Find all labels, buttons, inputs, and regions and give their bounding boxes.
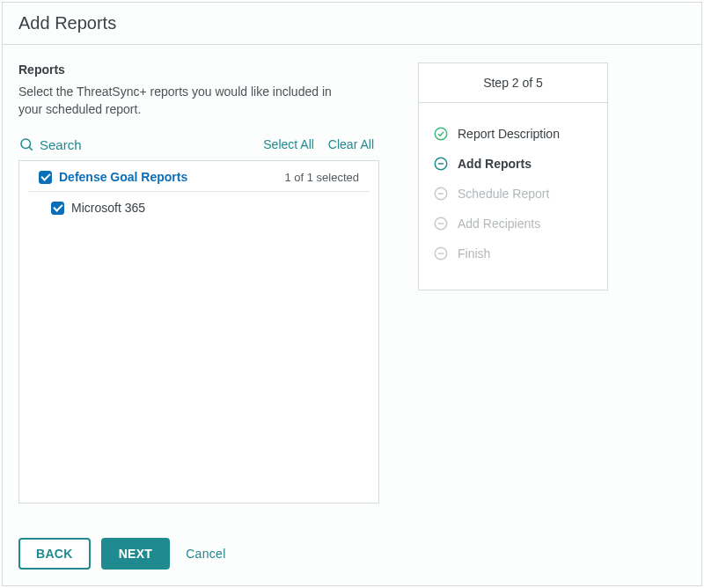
list-toolbar: Search Select All Clear All [18,134,379,155]
minus-circle-icon [433,156,449,172]
back-button[interactable]: BACK [18,538,91,570]
page-title: Add Reports [3,3,701,45]
step-label: Finish [458,246,490,261]
svg-point-2 [435,128,447,140]
search-label: Search [40,137,82,152]
step-label: Add Reports [458,157,532,171]
group-checkbox[interactable] [39,171,52,184]
cancel-button[interactable]: Cancel [180,540,231,568]
content-area: Reports Select the ThreatSync+ reports y… [3,45,701,503]
check-circle-icon [433,126,449,142]
step-label: Schedule Report [458,187,549,201]
group-title: Defense Goal Reports [59,170,284,184]
svg-line-1 [29,147,33,151]
svg-point-0 [21,139,31,149]
item-checkbox[interactable] [51,202,64,215]
report-item-label: Microsoft 365 [71,201,145,215]
step-add-reports: Add Reports [433,149,593,179]
stepper-panel: Step 2 of 5 Report Description [418,62,608,290]
step-label: Report Description [458,127,560,141]
step-add-recipients: Add Recipients [433,209,593,239]
next-button[interactable]: NEXT [101,538,171,570]
steps-list: Report Description Add Reports [419,103,607,290]
report-group-row[interactable]: Defense Goal Reports 1 of 1 selected [28,161,370,192]
step-finish: Finish [433,239,593,268]
step-schedule-report: Schedule Report [433,179,593,209]
minus-circle-icon [433,216,449,232]
step-label: Add Recipients [458,217,540,231]
reports-column: Reports Select the ThreatSync+ reports y… [18,62,397,503]
group-selected-count: 1 of 1 selected [284,171,359,184]
search-icon [18,136,34,152]
minus-circle-icon [433,186,449,202]
report-item-row[interactable]: Microsoft 365 [19,192,378,222]
select-all-button[interactable]: Select All [258,134,319,155]
search-button[interactable]: Search [18,136,82,152]
clear-all-button[interactable]: Clear All [323,134,379,155]
add-reports-panel: Add Reports Reports Select the ThreatSyn… [2,2,702,586]
step-report-description: Report Description [433,119,593,149]
section-heading: Reports [18,62,397,77]
section-description: Select the ThreatSync+ reports you would… [18,84,353,118]
footer-actions: BACK NEXT Cancel [18,538,231,570]
minus-circle-icon [433,246,449,261]
reports-list: Defense Goal Reports 1 of 1 selected Mic… [18,160,379,503]
stepper-header: Step 2 of 5 [419,63,607,103]
